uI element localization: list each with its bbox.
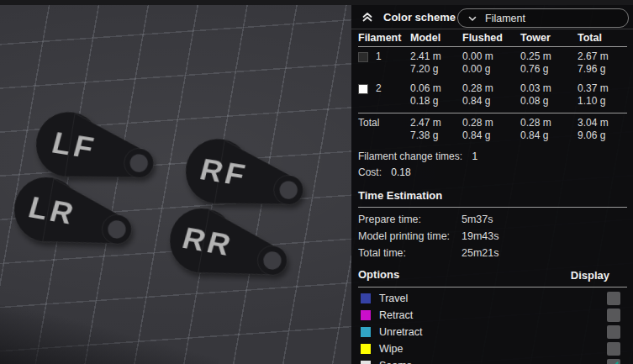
- time-row: Total time: 25m21s: [358, 245, 627, 261]
- cell-value: 0.84 g: [462, 95, 520, 108]
- col-header-flushed: Flushed: [462, 32, 520, 44]
- cell-value: 0.08 g: [520, 95, 578, 108]
- time-estimation-section: Time Estimation Prepare time: 5m37s Mode…: [358, 189, 627, 261]
- tag-label: LF: [49, 125, 101, 166]
- retract-display-checkbox[interactable]: [607, 309, 620, 322]
- panel-title: Color scheme: [383, 11, 456, 24]
- collapse-panel-icon[interactable]: [361, 10, 374, 24]
- cell-value: 0.00 g: [462, 63, 520, 76]
- col-header-filament: Filament: [358, 32, 410, 44]
- cell-value: 0.84 g: [462, 129, 520, 142]
- col-header-total: Total: [578, 32, 627, 44]
- filament-change-label: Filament change times:: [358, 150, 462, 162]
- panel-header: Color scheme Filament: [351, 5, 633, 29]
- cost-value: 0.18: [391, 166, 410, 178]
- travel-color-swatch: [361, 293, 371, 303]
- options-title: Options: [358, 268, 399, 282]
- cell-value: 0.00 m: [462, 50, 520, 63]
- filament-usage-table: Filament Model Flushed Tower Total 1 2.4…: [351, 29, 633, 364]
- time-value: 19m43s: [462, 228, 627, 245]
- table-header-row: Filament Model Flushed Tower Total: [358, 29, 627, 47]
- option-row-unretract: Unretract: [358, 324, 627, 340]
- chevron-down-icon: [467, 13, 477, 24]
- option-label: Retract: [379, 309, 413, 321]
- col-header-tower: Tower: [520, 32, 578, 44]
- option-label: Unretract: [379, 326, 422, 338]
- unretract-color-swatch: [361, 327, 371, 337]
- wipe-color-swatch: [361, 344, 371, 354]
- time-value: 25m21s: [462, 245, 627, 261]
- cell-value: 1.10 g: [578, 95, 627, 108]
- cell-value: 7.38 g: [410, 129, 462, 142]
- display-column-header: Display: [571, 269, 609, 282]
- option-row-retract: Retract: [358, 307, 627, 324]
- tag-label: RF: [197, 152, 251, 193]
- time-label: Total time:: [358, 245, 462, 261]
- time-estimation-title: Time Estimation: [358, 189, 627, 208]
- cell-value: 0.76 g: [520, 63, 578, 76]
- filament-id: 1: [376, 50, 382, 63]
- dropdown-value: Filament: [485, 13, 525, 24]
- cell-value: 7.96 g: [578, 63, 627, 76]
- cell-value: 2.47 m: [410, 117, 462, 129]
- time-label: Model printing time:: [358, 228, 462, 245]
- cell-value: 0.06 m: [410, 82, 462, 95]
- filament-id: 2: [376, 82, 382, 95]
- cell-value: 3.04 m: [578, 117, 627, 129]
- col-header-model: Model: [410, 32, 462, 44]
- retract-color-swatch: [361, 310, 371, 320]
- time-row: Model printing time: 19m43s: [358, 228, 627, 245]
- wipe-display-checkbox[interactable]: [607, 342, 620, 356]
- color-scheme-panel: Color scheme Filament Filament Model Flu…: [351, 0, 633, 364]
- cell-value: 9.06 g: [578, 129, 627, 142]
- options-section: Options Display Travel Retract: [358, 268, 627, 364]
- option-row-wipe: Wipe: [358, 340, 627, 357]
- cell-value: 7.20 g: [410, 63, 462, 76]
- option-label: Wipe: [379, 343, 403, 355]
- time-label: Prepare time:: [358, 211, 462, 228]
- cell-value: 0.84 g: [520, 129, 578, 142]
- option-row-travel: Travel: [358, 290, 627, 307]
- filament-color-swatch: [358, 52, 368, 62]
- cell-value: 2.67 m: [578, 50, 627, 63]
- option-label: Travel: [379, 293, 408, 304]
- filament-color-swatch: [358, 84, 368, 94]
- seams-display-checkbox[interactable]: [607, 359, 620, 364]
- cell-value: 0.25 m: [520, 50, 578, 63]
- travel-display-checkbox[interactable]: [607, 292, 620, 305]
- table-total-row: Total 2.47 m7.38 g 0.28 m0.84 g 0.28 m0.…: [358, 113, 627, 145]
- table-row: 1 2.41 m7.20 g 0.00 m0.00 g 0.25 m0.76 g…: [358, 47, 627, 79]
- time-value: 5m37s: [462, 211, 627, 228]
- total-label: Total: [358, 117, 410, 129]
- filament-change-value: 1: [472, 150, 477, 162]
- view-type-dropdown[interactable]: Filament: [457, 8, 629, 28]
- cell-value: 2.41 m: [410, 50, 462, 63]
- time-row: Prepare time: 5m37s: [358, 211, 627, 228]
- cell-value: 0.28 m: [462, 117, 520, 129]
- slicer-preview-window: LF RF LR: [0, 0, 633, 364]
- cell-value: 0.28 m: [462, 82, 520, 95]
- cell-value: 0.28 m: [520, 117, 578, 129]
- option-row-seams: Seams: [358, 357, 627, 364]
- unretract-display-checkbox[interactable]: [607, 325, 620, 339]
- print-stats: Filament change times: 1 Cost: 0.18: [358, 150, 627, 179]
- viewport-top-edge: [0, 0, 633, 5]
- option-label: Seams: [379, 360, 412, 364]
- seams-color-swatch: [361, 361, 371, 364]
- table-row: 2 0.06 m0.18 g 0.28 m0.84 g 0.03 m0.08 g…: [358, 79, 627, 111]
- cell-value: 0.18 g: [410, 95, 462, 108]
- cost-label: Cost:: [358, 166, 382, 178]
- cell-value: 0.03 m: [520, 82, 578, 95]
- cell-value: 0.37 m: [578, 82, 627, 95]
